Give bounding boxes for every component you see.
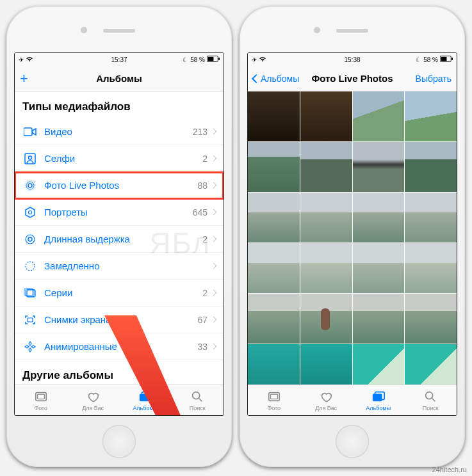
row-slomo[interactable]: Замедленно xyxy=(15,253,224,280)
svg-point-6 xyxy=(28,184,32,187)
photo-thumb[interactable] xyxy=(353,294,405,344)
tab-label: Для Вас xyxy=(315,405,337,411)
tab-albums[interactable]: Альбомы xyxy=(119,385,172,415)
airplane-icon: ✈︎ xyxy=(252,56,257,63)
chevron-right-icon xyxy=(211,263,217,269)
tab-search[interactable]: Поиск xyxy=(172,385,224,415)
slomo-icon xyxy=(22,260,38,272)
moon-icon: ☾ xyxy=(183,56,188,63)
svg-rect-28 xyxy=(270,394,277,399)
wifi-icon xyxy=(26,56,33,63)
row-count: 2 xyxy=(202,234,208,244)
back-button[interactable]: Альбомы xyxy=(253,74,299,84)
row-long-exposure[interactable]: Длинная выдержка 2 xyxy=(15,226,224,253)
photo-thumb[interactable] xyxy=(248,294,300,344)
photo-thumb[interactable] xyxy=(405,243,457,293)
svg-rect-1 xyxy=(208,57,213,61)
svg-rect-29 xyxy=(373,393,382,401)
row-count: 213 xyxy=(193,127,208,137)
row-count: 88 xyxy=(197,180,208,191)
screenshot-icon xyxy=(22,314,38,326)
svg-rect-26 xyxy=(452,58,453,60)
tab-albums[interactable]: Альбомы xyxy=(352,385,405,415)
svg-point-5 xyxy=(29,156,32,159)
albums-list[interactable]: Типы медиафайлов Видео 213 Селфи 2 Фото … xyxy=(15,91,224,385)
row-label: Длинная выдержка xyxy=(44,234,202,244)
photo-thumb[interactable] xyxy=(248,193,300,242)
home-button[interactable] xyxy=(336,425,369,458)
row-selfie[interactable]: Селфи 2 xyxy=(15,145,224,172)
add-album-button[interactable]: + xyxy=(20,70,28,87)
row-label: Видео xyxy=(44,126,193,137)
row-live-photos[interactable]: Фото Live Photos 88 xyxy=(15,172,224,199)
photo-thumb[interactable] xyxy=(248,91,300,141)
photo-thumb[interactable] xyxy=(353,344,405,385)
photo-thumb[interactable] xyxy=(405,193,457,242)
airplane-icon: ✈︎ xyxy=(19,56,24,63)
battery-icon xyxy=(440,56,453,63)
photo-thumb[interactable] xyxy=(405,142,457,192)
screen-right: ✈︎ 15:38 ☾ 58 % Альбомы Фото Live Photos… xyxy=(247,52,457,416)
tab-photos[interactable]: Фото xyxy=(15,385,67,415)
svg-point-22 xyxy=(193,392,200,399)
photo-thumb[interactable] xyxy=(405,91,457,141)
chevron-right-icon xyxy=(211,236,217,242)
chevron-right-icon xyxy=(211,209,217,216)
chevron-right-icon xyxy=(211,182,217,189)
row-video[interactable]: Видео 213 xyxy=(15,118,224,145)
tab-photos[interactable]: Фото xyxy=(248,385,300,415)
source-watermark: 24hitech.ru xyxy=(432,466,467,473)
photo-thumb[interactable] xyxy=(248,344,300,385)
select-button[interactable]: Выбрать xyxy=(416,74,452,84)
tab-foryou[interactable]: Для Вас xyxy=(300,385,353,415)
row-count: 33 xyxy=(197,342,208,352)
photo-thumb[interactable] xyxy=(248,142,300,192)
photo-thumb[interactable] xyxy=(300,243,352,293)
photo-thumb[interactable] xyxy=(353,142,405,192)
row-count: 645 xyxy=(193,207,208,218)
svg-rect-16 xyxy=(28,318,33,322)
photo-thumb[interactable] xyxy=(405,294,457,344)
row-portraits[interactable]: Портреты 645 xyxy=(15,199,224,226)
tab-label: Фото xyxy=(267,405,281,411)
tab-label: Поиск xyxy=(423,405,439,411)
photo-thumb[interactable] xyxy=(248,243,300,293)
tab-search[interactable]: Поиск xyxy=(405,385,457,415)
row-label: Замедленно xyxy=(44,260,208,271)
status-bar: ✈︎ 15:37 ☾ 58 % xyxy=(15,53,224,66)
photo-thumb[interactable] xyxy=(353,91,405,141)
navbar-live-photos: Альбомы Фото Live Photos Выбрать xyxy=(248,66,457,91)
photo-thumb[interactable] xyxy=(353,243,405,293)
navbar-albums: + Альбомы xyxy=(15,66,224,91)
tab-bar: Фото Для Вас Альбомы Поиск xyxy=(248,385,457,415)
tab-bar: Фото Для Вас Альбомы Поиск xyxy=(15,385,224,415)
wifi-icon xyxy=(259,56,266,63)
photo-thumb[interactable] xyxy=(300,193,352,242)
home-button[interactable] xyxy=(102,425,136,458)
chevron-right-icon xyxy=(211,317,217,323)
photo-thumb[interactable] xyxy=(300,142,352,192)
tab-label: Альбомы xyxy=(366,405,391,411)
video-icon xyxy=(22,127,38,136)
section-media-types: Типы медиафайлов xyxy=(15,91,224,118)
photo-grid[interactable] xyxy=(248,91,457,385)
row-label: Серии xyxy=(44,287,202,298)
photo-thumb[interactable] xyxy=(300,91,352,141)
row-bursts[interactable]: Серии 2 xyxy=(15,280,224,306)
photo-thumb[interactable] xyxy=(300,294,352,344)
row-screenshots[interactable]: Снимки экрана 67 xyxy=(15,306,224,333)
svg-rect-3 xyxy=(24,128,32,136)
chevron-right-icon xyxy=(211,290,217,296)
navbar-title: Фото Live Photos xyxy=(311,73,393,84)
selfie-icon xyxy=(22,153,38,164)
photo-thumb[interactable] xyxy=(405,344,457,385)
tab-foryou[interactable]: Для Вас xyxy=(67,385,120,415)
svg-rect-19 xyxy=(37,394,44,399)
phone-left: ✈︎ 15:37 ☾ 58 % + Альбомы Типы медиафайл… xyxy=(6,6,232,467)
row-label: Снимки экрана xyxy=(44,314,197,325)
tab-label: Для Вас xyxy=(82,405,104,411)
photo-thumb[interactable] xyxy=(300,344,352,385)
moon-icon: ☾ xyxy=(416,56,421,63)
photo-thumb[interactable] xyxy=(353,193,405,242)
row-animated[interactable]: Анимированные 33 xyxy=(15,333,224,360)
